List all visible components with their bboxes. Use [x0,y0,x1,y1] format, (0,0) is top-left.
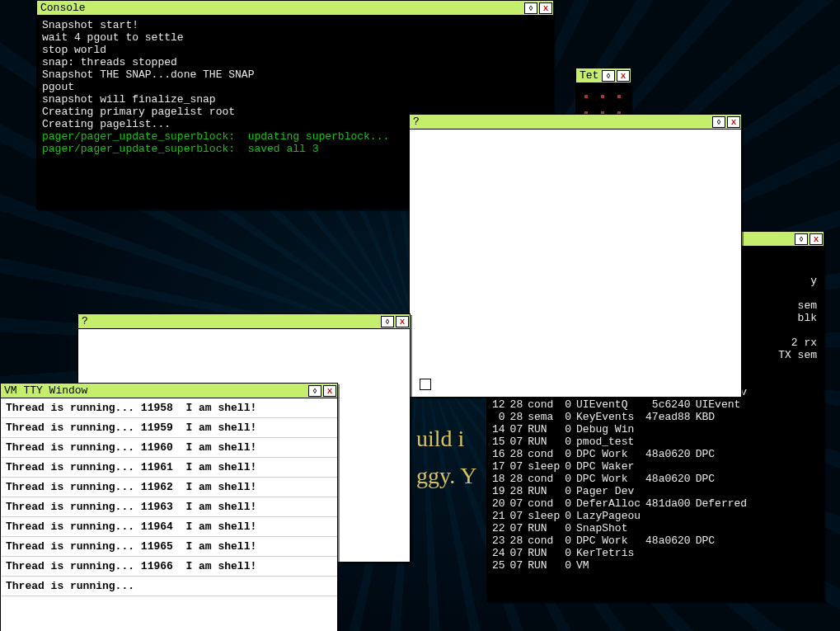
process-row: 2107sleep0LazyPageou [492,510,752,522]
process-cell: 07 [510,559,528,572]
process-cell: 07 [510,547,528,559]
process-cell: 48a0620 [645,534,696,547]
process-cell [645,547,696,559]
process-cell: 16 [492,448,510,460]
process-cell: pmod_test [576,436,645,448]
close-button[interactable]: X [396,316,409,327]
process-cell [696,436,752,448]
tetris-block [617,95,621,98]
tty-line: Thread is running... 11964 I am shell! [1,517,337,537]
close-button[interactable]: X [323,385,336,397]
process-cell: 0 [565,522,576,534]
process-cell: 0 [565,411,576,423]
text-cursor [420,379,431,390]
process-cell: 17 [492,460,510,473]
blank-window-2-titlebar[interactable]: ? ◊ X [78,314,410,329]
process-row: 1407RUN 0Debug Win [492,423,752,436]
process-cell: UIEvent [696,398,752,411]
process-cell: DPC Work [576,448,645,460]
minimize-button[interactable]: ◊ [308,385,321,397]
console-title: Console [37,2,523,14]
close-button[interactable]: X [617,70,630,82]
process-cell: 21 [492,510,510,522]
process-cell: 18 [492,473,510,485]
tetris-titlebar[interactable]: Tet ◊ X [576,68,631,83]
process-cell [696,559,752,572]
process-cell: DeferAlloc [576,497,645,510]
process-cell [645,510,696,522]
process-cell: DPC Work [576,473,645,485]
process-row: 2407RUN 0KerTetris [492,547,752,559]
process-cell: RUN [528,485,565,497]
process-cell: sema [528,411,565,423]
process-cell [696,547,752,559]
process-cell: cond [528,497,565,510]
process-row: 1928RUN 0Pager Dev [492,485,752,497]
close-button[interactable]: X [809,233,823,245]
process-cell: 47ead88 [645,411,696,423]
process-cell: 20 [492,497,510,510]
process-cell: DPC Waker [576,460,645,473]
tty-titlebar[interactable]: VM TTY Window ◊ X [1,384,337,398]
process-row: 1828cond 0DPC Work 48a0620DPC [492,473,752,485]
process-cell: 0 [565,547,576,559]
close-button[interactable]: X [539,2,552,14]
process-row: 2507RUN 0VM [492,559,752,572]
process-cell: sleep [528,510,565,522]
process-cell: 0 [565,460,576,473]
process-cell: RUN [528,423,565,436]
tty-window: VM TTY Window ◊ X Thread is running... 1… [0,383,338,631]
process-cell [696,485,752,497]
tty-title: VM TTY Window [1,384,307,397]
process-cell: UIEventQ [576,398,645,411]
console-line: pgout [42,81,548,93]
process-cell: RUN [528,522,565,534]
process-cell: 0 [565,485,576,497]
process-cell: Deferred [696,497,752,510]
process-row: 2328cond 0DPC Work 48a0620DPC [492,534,752,547]
blank-window-2-title: ? [78,315,380,327]
process-cell: 0 [565,423,576,436]
console-line: snap: threads stopped [42,56,548,68]
process-row: 028sema 0KeyEvents 47ead88KBD [492,411,752,423]
console-titlebar[interactable]: Console ◊ X [37,1,553,16]
process-cell: 0 [565,510,576,522]
process-cell: 07 [510,522,528,534]
close-button[interactable]: X [727,116,740,128]
tetris-title: Tet [576,69,601,82]
process-cell: cond [528,534,565,547]
process-cell: LazyPageou [576,510,645,522]
blank-window-1: ? ◊ X [409,114,742,398]
minimize-button[interactable]: ◊ [524,2,537,14]
process-cell [696,510,752,522]
process-cell [645,460,696,473]
process-cell: 0 [492,411,510,423]
minimize-button[interactable]: ◊ [602,70,615,82]
process-cell: 0 [565,497,576,510]
process-cell: 25 [492,559,510,572]
process-cell: DPC [696,448,752,460]
process-cell: 07 [510,423,528,436]
process-row: 1707sleep0DPC Waker [492,460,752,473]
process-cell: cond [528,473,565,485]
process-cell: 15 [492,436,510,448]
console-line: Snapshot THE SNAP...done THE SNAP [42,68,548,81]
process-cell: 07 [510,510,528,522]
process-cell: cond [528,448,565,460]
minimize-button[interactable]: ◊ [712,116,725,128]
process-cell: 0 [565,398,576,411]
process-cell: 28 [510,485,528,497]
minimize-button[interactable]: ◊ [795,233,808,245]
background-watermark-text: uild i ggy. Y [416,421,476,495]
blank-window-1-titlebar[interactable]: ? ◊ X [410,115,741,129]
minimize-button[interactable]: ◊ [381,316,394,327]
process-cell: KeyEvents [576,411,645,423]
process-cell: DPC Work [576,534,645,547]
process-cell [696,460,752,473]
process-cell: 481da00 [645,497,696,510]
tty-line: Thread is running... 11965 I am shell! [1,537,337,557]
process-cell: 23 [492,534,510,547]
process-cell: 0 [565,473,576,485]
blank-window-1-body [410,129,741,397]
tty-line: Thread is running... [1,577,337,596]
